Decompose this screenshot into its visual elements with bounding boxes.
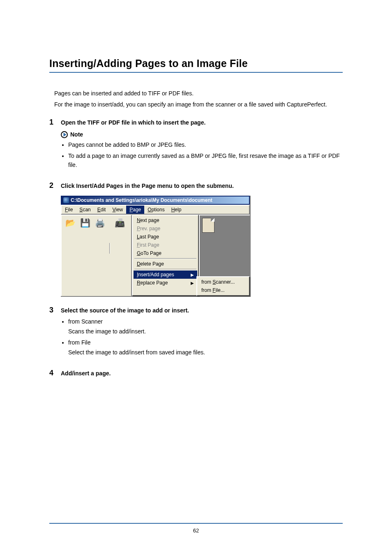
title-rule <box>49 72 343 73</box>
page-title: Inserting/Adding Pages to an Image File <box>49 58 343 69</box>
option-name: from Scanner <box>68 318 103 325</box>
menu-separator <box>134 258 196 259</box>
page-number: 62 <box>0 527 392 534</box>
menu-edit[interactable]: Edit <box>94 206 109 214</box>
menu-insert-add-pages[interactable]: Insert/Add pages ▶ <box>134 271 197 279</box>
intro-p1: Pages can be inserted and added to TIFF … <box>54 89 343 98</box>
note-bullet: To add a page to an image currently save… <box>68 152 343 169</box>
menu-view[interactable]: View <box>109 206 126 214</box>
app-icon <box>63 197 69 203</box>
menu-prev-page: Prev. page <box>134 224 197 233</box>
intro-p2: For the image to insert/add, you can spe… <box>54 100 343 109</box>
page-thumbnail-icon[interactable] <box>202 218 214 233</box>
menu-delete-page[interactable]: Delete Page <box>134 260 197 268</box>
toolbar-divider <box>109 243 110 254</box>
step-4-head: Add/insert a page. <box>61 369 343 378</box>
submenu-arrow-icon: ▶ <box>191 273 194 277</box>
menu-next-page[interactable]: Next page <box>134 216 197 224</box>
toolbar-save-icon[interactable]: 💾 <box>79 217 91 229</box>
toolbar-open-icon[interactable]: 📂 <box>64 217 76 229</box>
option-desc: Select the image to add/insert from save… <box>68 348 343 357</box>
note-label: Note <box>70 131 83 138</box>
step-number: 2 <box>49 181 53 190</box>
note-bullet: Pages cannot be added to BMP or JPEG fil… <box>68 141 343 150</box>
option-name: from File <box>68 339 90 346</box>
option-desc: Scans the image to add/insert. <box>68 327 343 336</box>
menu-goto-page[interactable]: GoTo Page <box>134 249 197 257</box>
toolbar-scanner-icon[interactable]: 📠 <box>113 217 126 229</box>
option-item: from File Select the image to add/insert… <box>68 338 343 357</box>
titlebar: C:\Documents and Settings\arioka\My Docu… <box>61 196 250 205</box>
thumbnail-pane: from Scanner... from File... <box>199 215 250 296</box>
titlebar-text: C:\Documents and Settings\arioka\My Docu… <box>71 197 212 203</box>
option-item: from Scanner Scans the image to add/inse… <box>68 317 343 336</box>
menu-help[interactable]: Help <box>168 206 185 214</box>
submenu-arrow-icon: ▶ <box>191 281 194 285</box>
step-number: 4 <box>49 369 53 377</box>
menu-scan[interactable]: Scan <box>76 206 94 214</box>
step-1-head: Open the TIFF or PDF file in which to in… <box>61 118 343 127</box>
intro-block: Pages can be inserted and added to TIFF … <box>49 89 343 109</box>
menu-options[interactable]: Options <box>144 206 168 214</box>
step-number: 1 <box>49 118 53 127</box>
app-screenshot: C:\Documents and Settings\arioka\My Docu… <box>61 196 251 297</box>
note-icon <box>61 131 68 138</box>
menu-replace-page[interactable]: Replace Page ▶ <box>134 279 197 287</box>
step-3-head: Select the source of the image to add or… <box>61 306 343 315</box>
menu-file[interactable]: File <box>62 206 76 214</box>
page-dropdown: Next page Prev. page Last Page First Pag… <box>132 215 199 296</box>
toolbar: 📂 💾 🖨️ 📠 <box>61 215 132 296</box>
toolbar-print-icon[interactable]: 🖨️ <box>94 217 106 229</box>
submenu-from-scanner[interactable]: from Scanner... <box>198 278 248 286</box>
insert-submenu: from Scanner... from File... <box>196 276 250 296</box>
menu-separator <box>134 269 196 270</box>
step-2-head: Click Insert/Add Pages in the Page menu … <box>61 181 343 190</box>
note-heading: Note <box>61 131 343 138</box>
step-number: 3 <box>49 306 53 314</box>
menu-first-page: First Page <box>134 241 197 249</box>
submenu-from-file[interactable]: from File... <box>198 286 248 294</box>
menu-page[interactable]: Page <box>126 206 144 214</box>
menu-last-page[interactable]: Last Page <box>134 233 197 241</box>
footer-rule <box>49 523 343 524</box>
